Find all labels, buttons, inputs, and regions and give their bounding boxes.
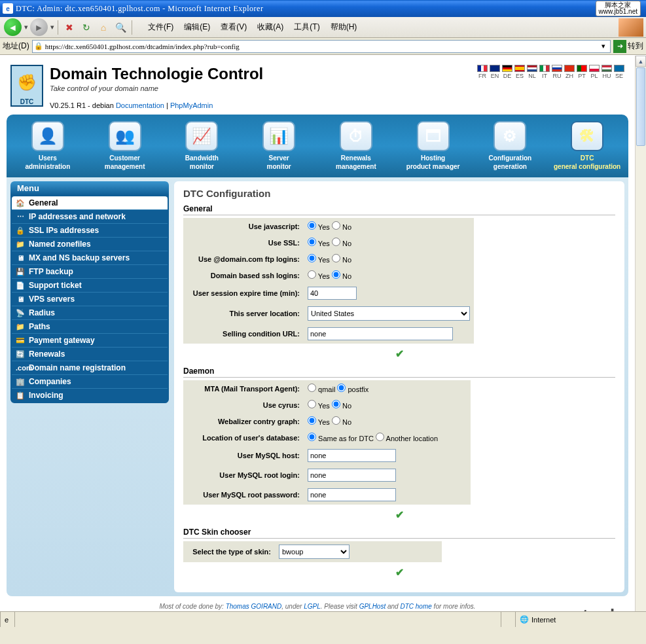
form-row: Use SSL: Yes No (183, 234, 474, 251)
form-row: Use javascript: Yes No (183, 218, 474, 234)
ie-menu-item[interactable]: 工具(T) (289, 20, 325, 35)
flag-hu[interactable] (601, 65, 612, 72)
refresh-icon[interactable]: ↻ (80, 21, 93, 34)
license-link[interactable]: LGPL (304, 603, 321, 610)
ie-menu-item[interactable]: 收藏(A) (252, 20, 289, 35)
select-input[interactable]: bwoup (279, 545, 350, 559)
text-input[interactable] (308, 327, 453, 340)
section-skin: DTC Skin chooser (183, 528, 615, 539)
nav-hosting-product-manager[interactable]: 🗔Hostingproduct manager (395, 118, 472, 177)
search-icon[interactable]: 🔍 (114, 21, 127, 34)
vertical-scrollbar[interactable]: ▲ ▼ (635, 56, 646, 627)
menu-item-paths[interactable]: 📁Paths (12, 319, 168, 333)
menu-item-vps-servers[interactable]: 🖥VPS servers (12, 292, 168, 306)
address-input[interactable]: 🔒 https://dtc.xen650401.gplhost.com/dtca… (32, 40, 611, 53)
dtc-home-link[interactable]: DTC home (400, 603, 431, 610)
flag-nl[interactable] (527, 65, 537, 72)
flag-en[interactable] (490, 65, 500, 72)
gplhost-link[interactable]: GPLHost (359, 603, 386, 610)
ie-menu-item[interactable]: 文件(F) (143, 20, 179, 35)
scroll-up-arrow[interactable]: ▲ (636, 56, 646, 67)
back-button[interactable]: ◄ (4, 18, 22, 36)
menu-item-mx-and-ns-backup-servers[interactable]: 🖥MX and NS backup servers (12, 251, 168, 264)
radio-no[interactable]: No (332, 402, 351, 410)
nav-customer-management[interactable]: 👥Customermanagement (86, 118, 164, 177)
menu-item-ip-addresses-and-network[interactable]: ⋯IP addresses and network (12, 209, 168, 223)
radio-yes[interactable]: Yes (308, 402, 330, 410)
menu-item-radius[interactable]: 📡Radius (12, 306, 168, 319)
flag-it[interactable] (539, 65, 550, 72)
menu-item-general[interactable]: 🏠General (12, 196, 168, 209)
text-input[interactable] (308, 449, 396, 462)
menu-item-renewals[interactable]: 🔄Renewals (12, 347, 168, 361)
radio-yes[interactable]: Yes (308, 418, 330, 426)
nav-dtc-general-configuration[interactable]: 🛠DTCgeneral configuration (548, 118, 626, 177)
go-button[interactable]: ➜ (613, 40, 626, 53)
home-icon[interactable]: ⌂ (97, 21, 110, 34)
radio-no[interactable]: No (332, 223, 351, 231)
radio-yes[interactable]: Yes (308, 223, 330, 231)
radio-option[interactable]: Same as for DTC (308, 435, 374, 442)
menu-item-icon: 📡 (16, 309, 25, 317)
radio-no[interactable]: No (332, 272, 351, 280)
nav-server-monitor[interactable]: 📊Servermonitor (240, 118, 317, 177)
nav-users-administration[interactable]: 👤Usersadministration (9, 118, 86, 177)
ie-menu-item[interactable]: 编辑(E) (179, 20, 215, 35)
apply-check-icon[interactable]: ✔ (395, 567, 404, 578)
apply-check-icon[interactable]: ✔ (395, 348, 404, 359)
back-dropdown[interactable]: ▾ (23, 23, 29, 31)
menu-item-support-ticket[interactable]: 📄Support ticket (12, 278, 168, 292)
text-input[interactable] (308, 469, 396, 482)
documentation-link[interactable]: Documentation (116, 101, 164, 109)
flag-se[interactable] (614, 65, 624, 72)
text-input[interactable] (308, 488, 396, 501)
radio-no[interactable]: No (332, 240, 351, 247)
stop-icon[interactable]: ✖ (63, 21, 76, 34)
flag-fr[interactable] (477, 65, 488, 72)
flag-pt[interactable] (577, 65, 587, 72)
nav-icon: ⏱ (340, 121, 372, 151)
menu-item-ssl-ips-addresses[interactable]: 🔒SSL IPs addresses (12, 223, 168, 237)
text-input[interactable] (308, 287, 357, 300)
scroll-track[interactable] (636, 147, 646, 616)
radio-no[interactable]: No (332, 418, 351, 426)
menu-item-domain-name-registration[interactable]: .comDomain name registration (12, 361, 168, 374)
menu-item-ftp-backup[interactable]: 💾FTP backup (12, 264, 168, 278)
apply-check-icon[interactable]: ✔ (395, 509, 404, 520)
menu-item-invoicing[interactable]: 📋Invoicing (12, 388, 168, 402)
flag-pl[interactable] (589, 65, 600, 72)
address-label: 地址(D) (3, 41, 29, 52)
nav-label: Hostingproduct manager (396, 154, 471, 171)
form-label: User session expire time (min): (183, 283, 304, 303)
author-link[interactable]: Thomas GOIRAND (226, 603, 282, 610)
radio-no[interactable]: No (332, 256, 351, 264)
menu-item-companies[interactable]: 🏢Companies (12, 374, 168, 388)
radio-yes[interactable]: Yes (308, 240, 330, 247)
address-dropdown[interactable]: ▾ (598, 42, 609, 50)
radio-yes[interactable]: Yes (308, 272, 330, 280)
radio-option[interactable]: postfix (337, 385, 368, 393)
scroll-thumb[interactable] (636, 67, 645, 146)
menu-item-named-zonefiles[interactable]: 📁Named zonefiles (12, 237, 168, 251)
nav-bandwidth-monitor[interactable]: 📈Bandwidthmonitor (164, 118, 241, 177)
flag-es[interactable] (514, 65, 525, 72)
ie-menu-item[interactable]: 帮助(H) (325, 20, 363, 35)
status-zone: 🌐 Internet (515, 612, 646, 627)
form-label: Use SSL: (183, 234, 304, 251)
form-label: Webalizer contry graph: (183, 413, 304, 429)
flag-de[interactable] (502, 65, 512, 72)
flag-zh[interactable] (564, 65, 575, 72)
nav-icon: 👤 (31, 121, 64, 151)
form-value: Yes No (304, 218, 474, 234)
radio-yes[interactable]: Yes (308, 256, 330, 264)
ie-menu-item[interactable]: 查看(V) (215, 20, 252, 35)
fwd-dropdown[interactable]: ▾ (49, 23, 55, 31)
flag-ru[interactable] (552, 65, 562, 72)
menu-item-payment-gateway[interactable]: 💳Payment gateway (12, 333, 168, 347)
radio-option[interactable]: Another location (376, 435, 438, 442)
radio-option[interactable]: qmail (308, 385, 335, 393)
nav-configuration-generation[interactable]: ⚙Configurationgeneration (472, 118, 549, 177)
nav-renewals-management[interactable]: ⏱Renewalsmanagement (317, 118, 395, 177)
select-input[interactable]: United States (308, 306, 470, 321)
phpmyadmin-link[interactable]: PhpMyAdmin (170, 101, 213, 109)
